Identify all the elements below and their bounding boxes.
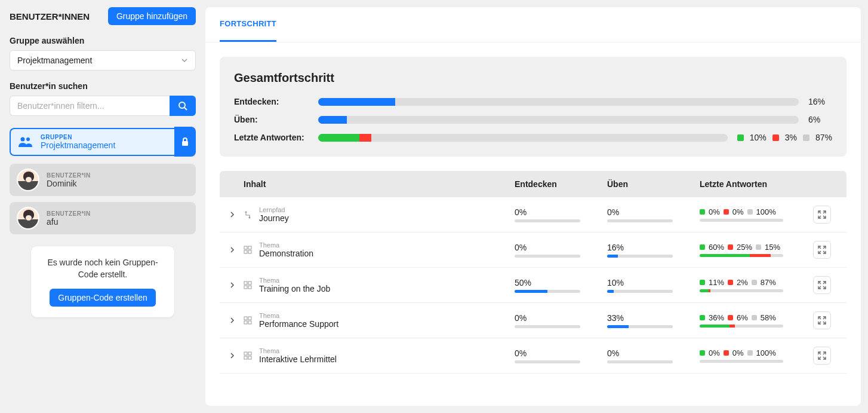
select-group-label: Gruppe auswählen	[10, 36, 196, 45]
ueben-value: 6%	[808, 115, 832, 124]
row-antworten-legend: 0% 0% 100%	[700, 207, 813, 216]
legend-red-icon	[728, 315, 733, 320]
svg-rect-20	[248, 352, 251, 355]
svg-rect-4	[182, 141, 188, 146]
row-name-label: Performance Support	[259, 319, 515, 329]
grid-icon	[244, 281, 256, 289]
row-ueben-value: 0%	[607, 348, 685, 358]
svg-point-0	[179, 102, 185, 108]
svg-rect-15	[244, 317, 247, 320]
user-type-label: BENUTZER*IN	[47, 210, 91, 217]
group-card-selected[interactable]: GRUPPEN Projektmanagement	[10, 127, 196, 157]
row-type-label: Thema	[259, 277, 515, 284]
group-lock-button[interactable]	[174, 127, 196, 157]
svg-rect-7	[244, 246, 247, 249]
ueben-bar	[318, 116, 799, 124]
col-inhalt: Inhalt	[244, 179, 515, 189]
avatar-icon	[17, 169, 39, 191]
group-code-panel: Es wurde noch kein Gruppen-Code erstellt…	[31, 246, 174, 317]
user-card[interactable]: BENUTZER*IN afu	[10, 202, 196, 234]
row-ueben-bar	[607, 255, 673, 258]
row-type-label: Thema	[259, 347, 515, 354]
expand-row-button[interactable]	[229, 282, 244, 288]
svg-point-3	[26, 137, 30, 141]
row-entdecken-bar	[515, 325, 580, 328]
fullscreen-button[interactable]	[813, 276, 831, 294]
legend-gray-icon	[803, 134, 809, 141]
letzte-legend: 10% 3% 87%	[737, 133, 832, 142]
row-antworten-bar	[700, 325, 783, 328]
grid-icon	[244, 351, 256, 360]
row-antworten-bar	[700, 360, 783, 363]
user-card[interactable]: BENUTZER*IN Dominik	[10, 164, 196, 196]
svg-line-1	[184, 108, 187, 110]
fullscreen-button[interactable]	[813, 241, 831, 259]
table-header: Inhalt Entdecken Üben Letzte Antworten	[220, 171, 847, 197]
row-ueben-bar	[607, 290, 673, 293]
group-select[interactable]: Projektmanagement	[10, 50, 196, 71]
sidebar-title: BENUTZER*INNEN	[10, 11, 90, 22]
col-entdecken: Entdecken	[515, 179, 607, 189]
svg-rect-12	[248, 282, 251, 284]
expand-row-button[interactable]	[229, 317, 244, 323]
ueben-label: Üben:	[234, 115, 309, 124]
row-ueben-value: 33%	[607, 313, 685, 323]
legend-red-icon	[772, 134, 779, 141]
row-antworten-legend: 36% 6% 58%	[700, 313, 813, 322]
search-label: Benutzer*in suchen	[10, 81, 196, 91]
col-letzte: Letzte Antworten	[700, 179, 813, 189]
svg-rect-11	[244, 282, 247, 284]
row-name-label: Training on the Job	[259, 284, 515, 293]
row-entdecken-bar	[515, 290, 580, 293]
svg-point-2	[21, 137, 25, 142]
fullscreen-button[interactable]	[813, 311, 831, 329]
row-entdecken-value: 50%	[515, 278, 593, 287]
entdecken-label: Entdecken:	[234, 97, 309, 106]
avatar-icon	[17, 207, 39, 230]
svg-rect-10	[248, 250, 251, 253]
group-name-label: Projektmanagement	[41, 140, 115, 150]
legend-red-icon	[728, 244, 733, 250]
lock-icon	[180, 137, 190, 146]
row-type-label: Thema	[259, 312, 515, 319]
fullscreen-icon	[818, 246, 826, 254]
row-antworten-bar	[700, 254, 783, 257]
svg-rect-17	[244, 321, 247, 324]
panel-title: Gesamtfortschritt	[234, 71, 832, 85]
legend-red-icon	[724, 350, 729, 356]
fullscreen-icon	[818, 316, 826, 325]
add-group-button[interactable]: Gruppe hinzufügen	[108, 7, 196, 25]
fullscreen-button[interactable]	[813, 347, 831, 365]
svg-rect-19	[244, 352, 247, 355]
row-entdecken-value: 0%	[515, 348, 593, 358]
svg-rect-14	[248, 286, 251, 289]
table-row: Thema Interaktive Lehrmittel 0% 0% 0% 0%…	[220, 338, 847, 374]
svg-rect-21	[244, 356, 247, 359]
expand-row-button[interactable]	[229, 212, 244, 218]
tab-fortschritt[interactable]: FORTSCHRITT	[220, 7, 276, 42]
legend-green-icon	[737, 134, 744, 141]
row-entdecken-value: 0%	[515, 313, 593, 323]
expand-row-button[interactable]	[229, 353, 244, 359]
row-antworten-legend: 0% 0% 100%	[700, 348, 813, 357]
search-input[interactable]	[10, 96, 170, 116]
row-type-label: Lernpfad	[259, 206, 515, 213]
grid-icon	[244, 316, 256, 325]
user-type-label: BENUTZER*IN	[47, 172, 91, 179]
fullscreen-button[interactable]	[813, 206, 831, 224]
row-name-label: Interaktive Lehrmittel	[259, 354, 515, 364]
expand-row-button[interactable]	[229, 247, 244, 253]
row-ueben-value: 0%	[607, 207, 685, 217]
letzte-label: Letzte Antworten:	[234, 133, 309, 142]
group-icon	[18, 136, 33, 148]
svg-rect-16	[248, 317, 251, 320]
user-name-label: Dominik	[47, 179, 91, 188]
create-group-code-button[interactable]: Gruppen-Code erstellen	[50, 289, 155, 307]
svg-point-6	[249, 217, 251, 219]
fullscreen-icon	[818, 351, 826, 360]
row-antworten-bar	[700, 219, 783, 222]
group-code-text: Es wurde noch kein Gruppen-Code erstellt…	[42, 257, 164, 280]
svg-rect-18	[248, 321, 251, 324]
group-type-label: GRUPPEN	[41, 134, 115, 140]
search-button[interactable]	[170, 96, 196, 116]
